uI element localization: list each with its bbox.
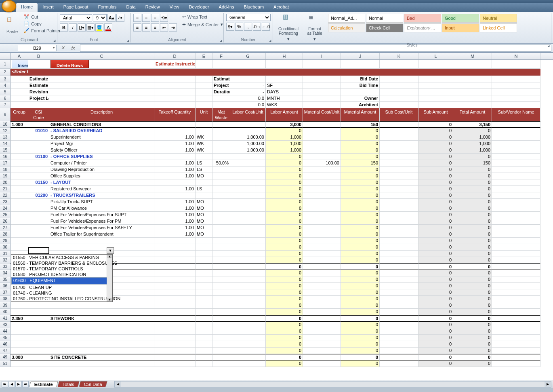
cell[interactable]: [212, 302, 230, 309]
cell[interactable]: [196, 89, 212, 95]
cell[interactable]: 3,150: [453, 121, 492, 128]
cell[interactable]: [380, 302, 418, 309]
sheet-tab-estimate[interactable]: Estimate: [29, 381, 58, 387]
cell[interactable]: [380, 360, 418, 367]
col-head-H[interactable]: H: [266, 53, 303, 59]
cell[interactable]: [196, 82, 212, 89]
cell[interactable]: 0: [266, 270, 303, 276]
cell[interactable]: 0: [266, 179, 303, 186]
row-head[interactable]: 5: [0, 89, 11, 95]
cell[interactable]: 0: [341, 263, 380, 270]
cell[interactable]: [303, 302, 341, 309]
cell[interactable]: [11, 309, 28, 315]
bold-button[interactable]: B: [60, 23, 68, 32]
office-button[interactable]: [2, 0, 16, 12]
cell[interactable]: [11, 238, 28, 244]
style-explanatory-[interactable]: Explanatory ...: [404, 23, 441, 32]
cell[interactable]: [28, 322, 49, 328]
cell[interactable]: [49, 348, 154, 354]
cell[interactable]: [492, 128, 540, 134]
row-head[interactable]: 35: [0, 276, 11, 283]
cell[interactable]: [230, 360, 266, 367]
cell[interactable]: 01150: [28, 179, 49, 186]
percent-button[interactable]: %: [235, 23, 243, 31]
row-head[interactable]: 16: [0, 154, 11, 160]
cell[interactable]: 0: [418, 147, 453, 154]
cell[interactable]: [230, 69, 266, 76]
cell[interactable]: [303, 360, 341, 367]
comma-button[interactable]: ,: [244, 23, 252, 31]
cell[interactable]: [154, 244, 196, 251]
cell[interactable]: [380, 199, 418, 205]
cell[interactable]: 0: [418, 225, 453, 231]
cell[interactable]: [49, 309, 154, 315]
cell[interactable]: 0: [418, 128, 453, 134]
cell[interactable]: [49, 322, 154, 328]
cell[interactable]: [380, 173, 418, 179]
cell[interactable]: [230, 173, 266, 179]
cell[interactable]: 150: [341, 160, 380, 166]
cell[interactable]: [11, 205, 28, 212]
cell[interactable]: 0: [266, 244, 303, 251]
style-neutral[interactable]: Neutral: [480, 14, 517, 23]
cell[interactable]: [11, 341, 28, 348]
cell[interactable]: PM Car Allowance: [49, 205, 154, 212]
cell[interactable]: [303, 76, 341, 82]
col-head-N[interactable]: N: [492, 53, 540, 59]
column-header[interactable]: Group: [11, 108, 28, 121]
cell[interactable]: 1.00: [154, 160, 196, 166]
cell[interactable]: [230, 309, 266, 315]
dropdown-option[interactable]: 01740 - CLEANING: [11, 290, 112, 296]
cell[interactable]: [303, 212, 341, 218]
dropdown-option[interactable]: 01600 - EQUIPMENT: [11, 277, 112, 285]
cell[interactable]: [154, 102, 196, 108]
cell[interactable]: 1.00: [154, 199, 196, 205]
cell[interactable]: [11, 192, 28, 199]
cell[interactable]: [212, 128, 230, 134]
cell[interactable]: [154, 276, 196, 283]
cell[interactable]: [28, 205, 49, 212]
cell[interactable]: 0: [453, 296, 492, 302]
cell[interactable]: 0: [341, 154, 380, 160]
cell[interactable]: [154, 179, 196, 186]
cell[interactable]: [303, 348, 341, 354]
cell[interactable]: [380, 328, 418, 335]
cell[interactable]: 0: [453, 335, 492, 341]
cell[interactable]: [154, 238, 196, 244]
cell[interactable]: [28, 238, 49, 244]
cell[interactable]: [11, 218, 28, 225]
cell[interactable]: [230, 238, 266, 244]
paste-button[interactable]: 📋 Paste: [4, 14, 20, 37]
cell[interactable]: 0: [341, 212, 380, 218]
cell[interactable]: [303, 134, 341, 141]
cell[interactable]: [212, 309, 230, 315]
cell[interactable]: 0: [341, 147, 380, 154]
cell[interactable]: [154, 76, 196, 82]
cell[interactable]: [492, 205, 540, 212]
row-head[interactable]: 20: [0, 179, 11, 186]
cell[interactable]: 0: [453, 231, 492, 238]
cell[interactable]: [492, 315, 540, 322]
cell[interactable]: 100.00: [303, 160, 341, 166]
indent-inc[interactable]: ⇥: [169, 23, 177, 32]
cell[interactable]: [212, 270, 230, 276]
cell[interactable]: [196, 335, 212, 341]
cell[interactable]: [380, 69, 418, 76]
cell[interactable]: [380, 309, 418, 315]
cell[interactable]: [212, 147, 230, 154]
row-head[interactable]: 6: [0, 95, 11, 102]
cell[interactable]: 0: [341, 251, 380, 257]
cell[interactable]: [212, 212, 230, 218]
row-head[interactable]: 43: [0, 322, 11, 328]
conditional-formatting-button[interactable]: 🔢 Conditional Formatting▾: [275, 14, 301, 42]
cell[interactable]: [11, 147, 28, 154]
cell[interactable]: Bid Date: [341, 76, 380, 82]
cell[interactable]: -: [230, 89, 266, 95]
cell[interactable]: [212, 166, 230, 173]
cell[interactable]: 0: [341, 354, 380, 360]
estimate-instructions-link[interactable]: Estimate Instructions: [156, 60, 194, 68]
col-head-I[interactable]: I: [303, 53, 341, 59]
cell[interactable]: 0: [418, 348, 453, 354]
cell[interactable]: [212, 192, 230, 199]
cell[interactable]: 0: [418, 231, 453, 238]
